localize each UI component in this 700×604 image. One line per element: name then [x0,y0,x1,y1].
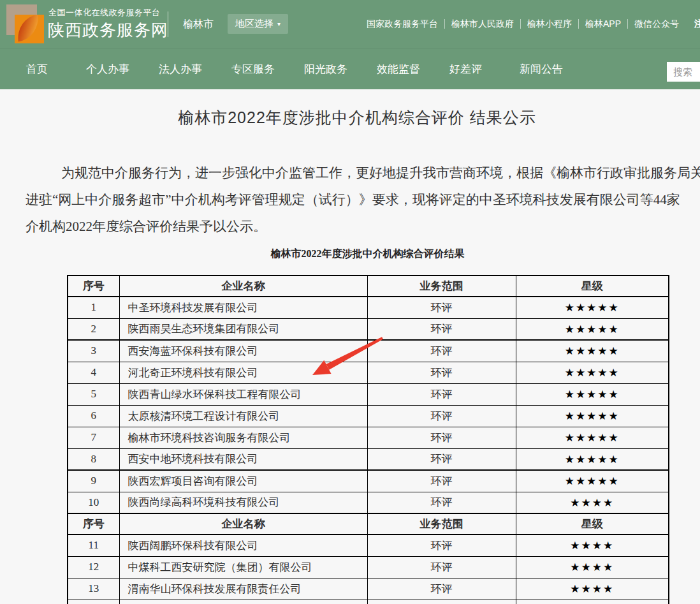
cell-scope: 环评 [367,470,516,492]
cell-star-rating: ★★★★★ [516,318,669,340]
table-row: 5 陕西青山绿水环保科技工程有限公司 环评 ★★★★★ [68,383,669,405]
col-header-scope: 业务范围 [367,513,516,534]
cell-star-rating: ★★★★★ [516,448,669,470]
cell-star-rating: ★★★★ [516,534,669,556]
cell-no: 2 [68,318,119,340]
chevron-down-icon: ▾ [277,21,281,27]
cell-no: 13 [68,578,119,600]
col-header-name: 企业名称 [119,513,367,534]
paragraph-line: 介机构2022年度综合评价结果予以公示。 [26,213,700,240]
cell-no: 1 [68,297,119,318]
cell-scope: 环评 [367,578,516,600]
cell-no: 12 [68,556,119,578]
site-name: 陕西政务服务网 [48,19,168,41]
cell-scope: 环评 [367,297,516,318]
cell-company-name: 榆林市环境科技咨询服务有限公司 [119,427,367,448]
cell-no: 6 [68,405,119,427]
page-title: 榆林市2022年度涉批中介机构综合评价 结果公示 [0,107,700,128]
main-nav: 首页 个人办事 法人办事 专区服务 阳光政务 效能监督 好差评 新闻公告 [0,48,700,89]
cell-company-name: 河北奇正环境科技有限公司 [119,362,367,383]
cell-no: 3 [68,340,119,362]
link-wechat-official[interactable]: 微信公众号 [634,18,679,30]
cell-no: 9 [68,470,119,492]
page: 全国一体化在线政务服务平台 陕西政务服务网 榆林市 地区选择 ▾ 国家政务服务平… [0,0,700,604]
cell-scope: 环评 [367,492,516,513]
table-row: 3 西安海蓝环保科技有限公司 环评 ★★★★★ [68,340,669,362]
link-yulin-miniprogram[interactable]: 榆林小程序 [527,18,572,30]
masthead: 全国一体化在线政务服务平台 陕西政务服务网 榆林市 地区选择 ▾ 国家政务服务平… [0,0,700,48]
link-yulin-app[interactable]: 榆林APP [585,18,621,30]
cell-star-rating: ★★★★★ [516,362,669,383]
table-row: 7 榆林市环境科技咨询服务有限公司 环评 ★★★★★ [68,427,669,448]
announcement-paragraph: 为规范中介服务行为，进一步强化中介监管工作，更好地提升我市营商环境，根据《榆林市… [26,159,700,240]
cell-company-name: 太原核清环境工程设计有限公司 [119,405,367,427]
cell-star-rating: ★★★★ [516,556,669,578]
nav-item-rating[interactable]: 好差评 [449,62,482,77]
cell-star-rating: ★★★★★ [516,297,669,318]
table-row: 11 陕西阔鹏环保科技有限公司 环评 ★★★★ [68,534,669,556]
col-header-no: 序号 [68,276,119,297]
cell-star-rating: ★★★★ [516,492,669,513]
nav-item-special-zone[interactable]: 专区服务 [231,62,275,77]
nav-item-personal[interactable]: 个人办事 [86,62,129,77]
table-row: 2 陕西雨昊生态环境集团有限公司 环评 ★★★★★ [68,318,669,340]
table-caption: 榆林市2022年度涉批中介机构综合评价结果 [67,247,668,261]
link-separator [444,19,445,29]
table-row: 13 渭南华山环保科技发展有限责任公司 环评 ★★★★ [68,578,669,600]
table-row: 9 陕西宏辉项目咨询有限公司 环评 ★★★★★ [68,470,669,492]
cell-company-name: 西安中地环境科技有限公司 [119,448,367,470]
cell-no: 5 [68,383,119,405]
nav-item-efficiency[interactable]: 效能监督 [377,62,420,77]
cell-star-rating: ★★★★★ [516,427,669,448]
link-national-platform[interactable]: 国家政务服务平台 [367,18,438,30]
platform-label: 全国一体化在线政务服务平台 [48,7,161,18]
nav-item-legal-person[interactable]: 法人办事 [159,62,202,77]
col-header-stars: 星级 [516,513,669,534]
cell-no: 8 [68,448,119,470]
link-separator [627,19,628,29]
cell-star-rating: ★★★★★ [516,405,669,427]
cell-star-rating: ★★★★★ [516,383,669,405]
table-header-row: 序号 企业名称 业务范围 星级 [68,513,669,534]
current-city[interactable]: 榆林市 [183,18,214,31]
table-row: 12 中煤科工西安研究院（集团）有限公司 环评 ★★★★ [68,556,669,578]
col-header-no: 序号 [68,513,119,534]
cell-scope: 环评 [367,534,516,556]
cell-company-name: 陕西宏辉项目咨询有限公司 [119,470,367,492]
cell-scope: 环评 [367,318,516,340]
cell-scope: 环评 [367,405,516,427]
nav-item-home[interactable]: 首页 [26,62,48,77]
cell-no: 10 [68,492,119,513]
register-button[interactable]: 注册 [694,18,700,30]
link-yulin-government[interactable]: 榆林市人民政府 [451,18,514,30]
nav-item-sunshine-gov[interactable]: 阳光政务 [304,62,347,77]
link-separator [578,19,579,29]
cell-company-name: 渭南华山环保科技发展有限责任公司 [119,578,367,600]
cell-scope: 环评 [367,448,516,470]
cell-company-name: 中煤科工西安研究院（集团）有限公司 [119,556,367,578]
logo-front-square [15,15,44,43]
cell-scope: 环评 [367,340,516,362]
col-header-stars: 星级 [516,276,669,297]
cell-scope: 环评 [367,556,516,578]
region-select-button[interactable]: 地区选择 ▾ [228,14,288,34]
cell-no: 4 [68,362,119,383]
table-row-partial [68,600,669,604]
cell-scope: 环评 [367,383,516,405]
header-divider [168,11,168,37]
table-row: 10 陕西尚绿高科环境科技有限公司 环评 ★★★★ [68,492,669,513]
cell-scope: 环评 [367,427,516,448]
cell-star-rating: ★★★★★ [516,340,669,362]
top-links: 国家政务服务平台 榆林市人民政府 榆林小程序 榆林APP 微信公众号 注册 [367,0,700,48]
table-row: 1 中圣环境科技发展有限公司 环评 ★★★★★ [68,297,669,318]
cell-company-name: 陕西阔鹏环保科技有限公司 [119,534,367,556]
table-row: 6 太原核清环境工程设计有限公司 环评 ★★★★★ [68,405,669,427]
cell-company-name: 陕西青山绿水环保科技工程有限公司 [119,383,367,405]
cell-scope: 环评 [367,362,516,383]
paragraph-line: 进驻“网上中介服务超市”中介机构考评管理规定（试行）》要求，现将评定的中圣环境科… [26,186,700,213]
nav-item-news[interactable]: 新闻公告 [520,62,563,77]
search-input[interactable] [667,62,700,82]
cell-company-name: 中圣环境科技发展有限公司 [119,297,367,318]
region-select-label: 地区选择 [235,18,273,30]
site-logo-icon[interactable] [6,4,46,44]
